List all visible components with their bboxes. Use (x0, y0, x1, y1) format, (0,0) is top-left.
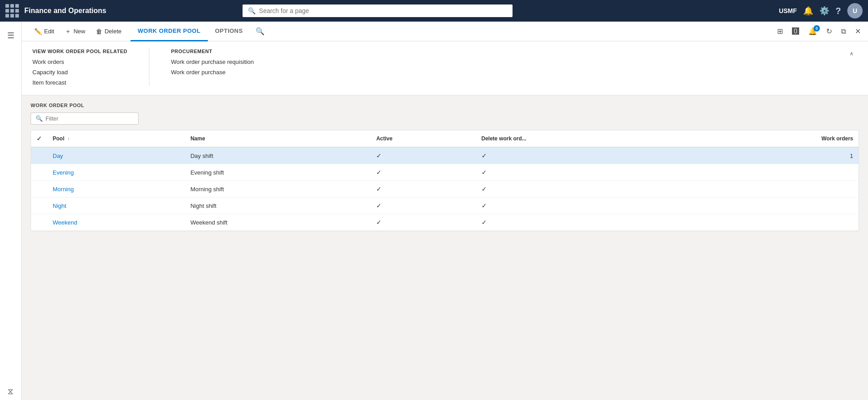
col-work-orders[interactable]: Work orders (693, 130, 859, 147)
row-active: ✓ (371, 164, 476, 181)
work-order-pool-table: ✓ Pool ↑ Name Active Delete work ord... … (31, 130, 859, 231)
row-active: ✓ (371, 147, 476, 164)
link-purchase-requisition[interactable]: Work order purchase requisition (171, 58, 254, 65)
link-item-forecast[interactable]: Item forecast (32, 79, 127, 86)
search-bar[interactable]: 🔍 (243, 4, 513, 17)
col-checkbox: ✓ (31, 130, 47, 147)
row-delete-work-ord: ✓ (476, 164, 693, 181)
table-row[interactable]: Morning Morning shift ✓ ✓ (31, 181, 859, 198)
company-label: USMF (779, 7, 797, 14)
row-active: ✓ (371, 181, 476, 198)
msg-badge-icon[interactable]: 🔔 0 (805, 24, 821, 38)
row-delete-work-ord: ✓ (476, 147, 693, 164)
row-checkbox[interactable] (31, 214, 47, 231)
row-name: Evening shift (185, 164, 371, 181)
search-input[interactable] (259, 7, 507, 14)
main-content: WORK ORDER POOL 🔍 ✓ Pool ↑ (22, 95, 868, 400)
row-name: Weekend shift (185, 214, 371, 231)
row-active: ✓ (371, 198, 476, 214)
row-work-orders (693, 181, 859, 198)
row-checkbox[interactable] (31, 164, 47, 181)
filter-input-wrapper[interactable]: 🔍 (31, 112, 139, 125)
row-checkbox[interactable] (31, 198, 47, 214)
row-pool[interactable]: Morning (47, 181, 185, 198)
left-sidebar: ☰ ⧖ (0, 22, 22, 400)
row-work-orders (693, 198, 859, 214)
link-work-orders[interactable]: Work orders (32, 58, 127, 65)
hamburger-icon[interactable]: ☰ (4, 27, 18, 44)
row-work-orders (693, 214, 859, 231)
delete-check-icon: ✓ (481, 185, 487, 193)
table-row[interactable]: Night Night shift ✓ ✓ (31, 198, 859, 214)
tab-search-icon[interactable]: 🔍 (250, 22, 270, 41)
row-work-orders: 1 (693, 147, 859, 164)
new-button[interactable]: ＋ New (59, 25, 90, 38)
col-active[interactable]: Active (371, 130, 476, 147)
row-pool[interactable]: Night (47, 198, 185, 214)
filter-icon[interactable]: ⧖ (4, 383, 17, 400)
procurement-section: PROCUREMENT Work order purchase requisit… (171, 49, 254, 86)
user-avatar[interactable]: U (847, 3, 863, 18)
tab-options[interactable]: OPTIONS (208, 22, 250, 41)
delete-check-icon: ✓ (481, 219, 487, 226)
new-icon: ＋ (65, 27, 71, 36)
search-icon: 🔍 (248, 7, 256, 14)
section-title: WORK ORDER POOL (31, 103, 859, 108)
dropdown-panel: VIEW WORK ORDER POOL RELATED Work orders… (22, 41, 868, 95)
customize-icon[interactable]: ⊞ (774, 24, 787, 38)
table-row[interactable]: Day Day shift ✓ ✓ 1 (31, 147, 859, 164)
open-new-window-icon[interactable]: ⧉ (837, 25, 850, 38)
row-delete-work-ord: ✓ (476, 214, 693, 231)
delete-button[interactable]: 🗑 Delete (90, 25, 127, 38)
data-table: ✓ Pool ↑ Name Active Delete work ord... … (31, 130, 859, 231)
app-title: Finance and Operations (24, 7, 106, 15)
layout: ☰ ⧖ ✏️ Edit ＋ New 🗑 Delete WORK ORDER PO… (0, 22, 868, 400)
view-section: VIEW WORK ORDER POOL RELATED Work orders… (32, 49, 127, 86)
delete-check-icon: ✓ (481, 169, 487, 176)
page-area: ✏️ Edit ＋ New 🗑 Delete WORK ORDER POOL O… (22, 22, 868, 400)
row-active: ✓ (371, 214, 476, 231)
active-check-icon: ✓ (376, 152, 382, 159)
table-row[interactable]: Weekend Weekend shift ✓ ✓ (31, 214, 859, 231)
notification-icon[interactable]: 🔔 (803, 6, 813, 16)
panel-divider (149, 49, 149, 86)
link-purchase[interactable]: Work order purchase (171, 69, 254, 76)
row-checkbox[interactable] (31, 181, 47, 198)
row-delete-work-ord: ✓ (476, 198, 693, 214)
top-nav: Finance and Operations 🔍 USMF 🔔 ⚙️ ? U (0, 0, 868, 22)
procurement-section-title: PROCUREMENT (171, 49, 254, 54)
link-capacity-load[interactable]: Capacity load (32, 69, 127, 76)
edit-button[interactable]: ✏️ Edit (29, 25, 59, 38)
col-delete-work-ord[interactable]: Delete work ord... (476, 130, 693, 147)
row-delete-work-ord: ✓ (476, 181, 693, 198)
settings-icon[interactable]: ⚙️ (819, 6, 829, 16)
row-pool[interactable]: Evening (47, 164, 185, 181)
collapse-panel-button[interactable]: ∧ (846, 49, 857, 58)
filter-search-icon: 🔍 (36, 115, 43, 122)
row-name: Day shift (185, 147, 371, 164)
select-all-icon[interactable]: ✓ (36, 135, 42, 142)
filter-input[interactable] (45, 115, 134, 122)
row-name: Night shift (185, 198, 371, 214)
view-links: Work orders Capacity load Item forecast (32, 58, 127, 86)
table-body: Day Day shift ✓ ✓ 1 Evening Evening shif… (31, 147, 859, 231)
cmd-right-actions: ⊞ 🅾 🔔 0 ↻ ⧉ ✕ (774, 24, 864, 38)
office-icon[interactable]: 🅾 (788, 25, 803, 38)
row-pool[interactable]: Weekend (47, 214, 185, 231)
col-pool[interactable]: Pool ↑ (47, 130, 185, 147)
delete-icon: 🗑 (96, 28, 102, 35)
table-row[interactable]: Evening Evening shift ✓ ✓ (31, 164, 859, 181)
active-check-icon: ✓ (376, 219, 382, 226)
row-name: Morning shift (185, 181, 371, 198)
col-name[interactable]: Name (185, 130, 371, 147)
active-check-icon: ✓ (376, 202, 382, 209)
active-check-icon: ✓ (376, 169, 382, 176)
row-checkbox[interactable] (31, 147, 47, 164)
tab-work-order-pool[interactable]: WORK ORDER POOL (130, 22, 208, 41)
refresh-icon[interactable]: ↻ (823, 24, 836, 38)
help-icon[interactable]: ? (836, 6, 841, 16)
row-pool[interactable]: Day (47, 147, 185, 164)
close-icon[interactable]: ✕ (851, 24, 864, 38)
row-work-orders (693, 164, 859, 181)
app-grid-menu[interactable] (5, 4, 19, 18)
